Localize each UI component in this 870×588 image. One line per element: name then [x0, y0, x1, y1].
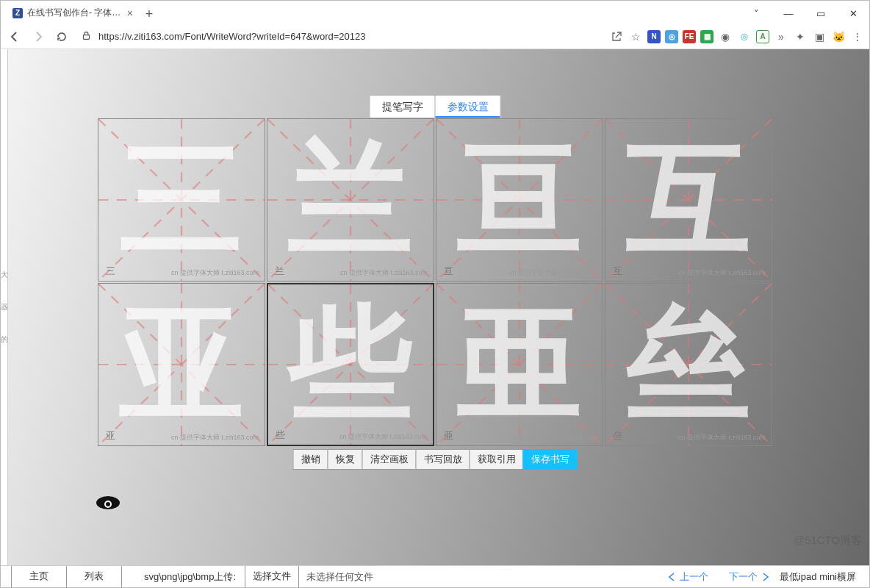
panel-icon[interactable]: ▣ — [812, 29, 827, 44]
cell-label: 亚 — [106, 429, 115, 442]
cell-watermark: cn 提供字体大师 t.ziti163.com — [339, 432, 427, 442]
toolbar-icons: ☆ N ◎ FE ▦ ◉ ⊚ A » ✦ ▣ 🐱 ⋮ — [609, 29, 865, 44]
redo-button[interactable]: 恢复 — [328, 449, 363, 470]
cell-watermark: cn 提供字体大师 t.ziti163.com — [678, 433, 766, 442]
undo-button[interactable]: 撤销 — [293, 449, 328, 470]
glyph: 亜 — [436, 284, 603, 445]
cell-label: 互 — [613, 265, 622, 278]
back-button[interactable] — [5, 27, 24, 46]
address-bar: ☆ N ◎ FE ▦ ◉ ⊚ A » ✦ ▣ 🐱 ⋮ — [1, 24, 869, 49]
cell-label: 亜 — [444, 429, 453, 442]
choose-file-button[interactable]: 选择文件 — [245, 566, 299, 588]
chevron-down-icon[interactable]: ˅ — [740, 2, 772, 24]
cell-watermark: cn 提供字体大师 t.ziti163.com — [171, 268, 259, 278]
chevron-right-icon[interactable]: » — [774, 29, 788, 44]
character-cell[interactable]: 亜亜cn 提供字体大师 t.ziti163.com — [436, 283, 603, 446]
page-content: 大器的 提笔写字 参数设置 三三cn 提供字体大师 t.ziti163.com兰… — [1, 49, 869, 565]
character-cell[interactable]: 兰兰cn 提供字体大师 t.ziti163.com — [267, 118, 434, 282]
browser-tab[interactable]: Z 在线书写创作台- 字体大师 × — [7, 2, 139, 24]
ext-blue-icon[interactable]: ◎ — [665, 30, 678, 43]
maximize-icon[interactable]: ▭ — [805, 2, 837, 24]
glyph: 互 — [605, 119, 772, 281]
upload-label: svg\png\jpg\bmp上传: — [144, 570, 236, 584]
mode-tabs: 提笔写字 参数设置 — [370, 95, 501, 118]
next-button[interactable]: 下一个 — [729, 570, 769, 584]
ext-a-icon[interactable]: A — [756, 30, 769, 43]
star-icon[interactable]: ☆ — [628, 29, 643, 44]
character-cell[interactable]: 亝亝cn 提供字体大师 t.ziti163.com — [605, 283, 772, 446]
ext-new-icon[interactable]: N — [647, 30, 661, 43]
window-controls: ˅ — ▭ ✕ — [740, 2, 869, 24]
cell-watermark: cn 提供字体大师 t.ziti163.com — [171, 433, 259, 442]
tab-close-icon[interactable]: × — [127, 7, 133, 19]
tab-params[interactable]: 参数设置 — [436, 96, 500, 118]
glyph: 亝 — [605, 284, 772, 445]
character-cell[interactable]: 亘亘cn 提供字体大师 t.ziti163.com — [436, 118, 603, 282]
close-icon[interactable]: ✕ — [837, 2, 869, 24]
ext-wave-icon[interactable]: ⊚ — [737, 29, 752, 44]
svg-point-35 — [106, 502, 110, 506]
url-input[interactable] — [98, 28, 422, 45]
lock-icon — [82, 31, 91, 43]
tab-title: 在线书写创作台- 字体大师 — [27, 7, 123, 19]
min-device-label: 最低ipad mini横屏 — [780, 570, 856, 584]
ext-green-icon[interactable]: ▦ — [700, 30, 713, 43]
clear-button[interactable]: 清空画板 — [362, 449, 417, 470]
forward-button[interactable] — [29, 27, 48, 46]
cell-label: 亝 — [613, 429, 622, 442]
glyph: 亘 — [436, 119, 603, 281]
reload-button[interactable] — [52, 27, 71, 46]
svg-rect-0 — [83, 35, 89, 39]
file-status: 未选择任何文件 — [306, 570, 373, 584]
glyph: 些 — [268, 284, 433, 445]
character-cell[interactable]: 三三cn 提供字体大师 t.ziti163.com — [98, 118, 265, 282]
quote-button[interactable]: 获取引用 — [470, 449, 524, 470]
character-cell[interactable]: 互互cn 提供字体大师 t.ziti163.com — [605, 118, 772, 282]
action-bar: 撤销 恢复 清空画板 书写回放 获取引用 保存书写 — [293, 449, 578, 470]
profile-icon[interactable]: 🐱 — [831, 29, 846, 44]
eye-icon[interactable] — [95, 495, 121, 513]
cell-label: 三 — [106, 265, 115, 278]
browser-titlebar: Z 在线书写创作台- 字体大师 × + ˅ — ▭ ✕ — [1, 1, 869, 24]
kebab-icon[interactable]: ⋮ — [850, 29, 865, 44]
character-cell[interactable]: 些些cn 提供字体大师 t.ziti163.com — [267, 283, 434, 446]
glyph: 亚 — [98, 284, 265, 445]
glyph: 兰 — [267, 119, 434, 281]
cell-watermark: cn 提供字体大师 t.ziti163.com — [509, 433, 597, 442]
cell-label: 亘 — [444, 265, 453, 278]
character-grid: 三三cn 提供字体大师 t.ziti163.com兰兰cn 提供字体大师 t.z… — [98, 118, 772, 446]
cell-watermark: cn 提供字体大师 t.ziti163.com — [340, 268, 428, 278]
character-cell[interactable]: 亚亚cn 提供字体大师 t.ziti163.com — [98, 283, 265, 446]
share-icon[interactable] — [609, 29, 624, 44]
bottom-bar: 主页 列表 svg\png\jpg\bmp上传: 选择文件 未选择任何文件 上一… — [1, 565, 869, 587]
tab-write[interactable]: 提笔写字 — [370, 96, 436, 118]
home-button[interactable]: 主页 — [11, 566, 67, 588]
cell-label: 兰 — [275, 265, 284, 278]
save-button[interactable]: 保存书写 — [523, 449, 578, 470]
cell-label: 些 — [276, 429, 285, 442]
ext-fe-icon[interactable]: FE — [683, 30, 696, 43]
cell-watermark: cn 提供字体大师 t.ziti163.com — [509, 268, 597, 278]
minimize-icon[interactable]: — — [772, 2, 805, 24]
new-tab-button[interactable]: + — [139, 4, 159, 24]
left-edge: 大器的 — [1, 49, 8, 565]
list-button[interactable]: 列表 — [66, 566, 122, 588]
prev-button[interactable]: 上一个 — [668, 570, 708, 584]
cell-watermark: cn 提供字体大师 t.ziti163.com — [678, 268, 766, 278]
puzzle-icon[interactable]: ✦ — [793, 29, 808, 44]
replay-button[interactable]: 书写回放 — [416, 449, 470, 470]
ext-circle-icon[interactable]: ◉ — [718, 29, 733, 44]
watermark: @51CTO博客 — [794, 534, 862, 548]
favicon-icon: Z — [12, 8, 23, 18]
glyph: 三 — [98, 119, 265, 281]
